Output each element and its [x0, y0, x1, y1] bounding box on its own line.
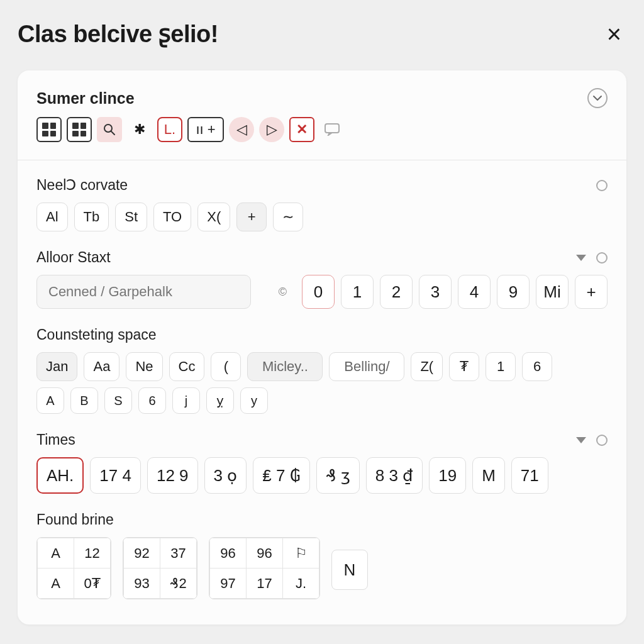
found-solo-n[interactable]: N	[331, 550, 368, 590]
chip-micley[interactable]: Micley..	[247, 352, 323, 381]
svg-point-0	[104, 125, 112, 132]
chip-tilde[interactable]: ∼	[273, 203, 303, 231]
number-0[interactable]: 0	[302, 275, 335, 309]
found-table-2: 9237 93₰2	[123, 537, 197, 599]
chip-6b[interactable]: 6	[138, 387, 166, 414]
number-1[interactable]: 1	[341, 275, 374, 309]
status-indicator	[596, 180, 608, 191]
chip-ne[interactable]: Ne	[126, 352, 162, 381]
time-g2[interactable]: ₰ ʒ	[316, 457, 360, 494]
grid-icon[interactable]	[36, 117, 62, 142]
number-4[interactable]: 4	[458, 275, 491, 309]
chip-al[interactable]: Al	[36, 203, 68, 231]
chip-st[interactable]: St	[115, 203, 147, 231]
page-root: Clas belcive ʂelio! × Sumer clince ✱ L. …	[0, 0, 644, 625]
chip-aa[interactable]: Aa	[84, 352, 119, 381]
cell[interactable]: ₰2	[160, 569, 197, 599]
cell[interactable]: ⚐	[283, 538, 319, 569]
chip-s[interactable]: S	[104, 387, 132, 414]
number-9[interactable]: 9	[497, 275, 530, 309]
chip-yu[interactable]: ỵ	[206, 387, 234, 414]
chip-cc[interactable]: Cc	[169, 352, 205, 381]
chip-6[interactable]: 6	[522, 352, 552, 381]
cell[interactable]: A	[38, 569, 74, 599]
chip-to[interactable]: TO	[153, 203, 191, 231]
chip-paren[interactable]: (	[211, 352, 241, 381]
time-129[interactable]: 12 9	[147, 457, 198, 494]
section-count: Counsteting space Jan Aa Ne Cc ( Micley.…	[36, 326, 608, 414]
cell[interactable]: 0₮	[74, 569, 111, 599]
grid-icon[interactable]	[67, 117, 92, 142]
count-row2: A B S 6 j ỵ y	[36, 387, 608, 414]
section-alloor: Alloor Staxt © 0 1 2 3 4 9 Mi +	[36, 249, 608, 309]
chip-1[interactable]: 1	[486, 352, 516, 381]
time-3o[interactable]: 3 ọ	[204, 457, 247, 494]
section-alloor-label: Alloor Staxt	[36, 249, 111, 266]
status-indicator	[596, 435, 608, 446]
close-button[interactable]: ×	[602, 19, 626, 49]
found-table-3: 9696⚐ 9717J.	[209, 537, 320, 599]
count-row1: Jan Aa Ne Cc ( Micley.. Belling/ Z( ₮ 1 …	[36, 352, 608, 381]
time-19[interactable]: 19	[429, 457, 466, 494]
time-71[interactable]: 71	[511, 457, 548, 494]
chip-y[interactable]: y	[240, 387, 268, 414]
cell[interactable]: 96	[210, 538, 247, 569]
number-3[interactable]: 3	[419, 275, 452, 309]
search-icon[interactable]	[97, 117, 122, 142]
cell[interactable]: 93	[124, 569, 160, 599]
x-button[interactable]: ✕	[289, 117, 314, 142]
chip-j[interactable]: j	[172, 387, 200, 414]
letter-l-button[interactable]: L.	[157, 117, 182, 142]
time-g1[interactable]: ₤ 7 ₲	[253, 457, 309, 494]
number-plus[interactable]: +	[575, 275, 608, 309]
chevron-down-icon[interactable]	[576, 437, 586, 443]
chevron-down-icon[interactable]	[576, 255, 586, 261]
found-table-1: A12 A0₮	[36, 537, 111, 599]
section-times-label: Times	[36, 431, 75, 448]
found-tables: A12 A0₮ 9237 93₰2 9696⚐ 9717J. N	[36, 537, 608, 599]
chip-b[interactable]: B	[70, 387, 98, 414]
sumer-toolbar: ✱ L. ıı + ◁ ▷ ✕	[36, 117, 608, 142]
chip-tb[interactable]: Tb	[74, 203, 109, 231]
times-chips: AH. 17 4 12 9 3 ọ ₤ 7 ₲ ₰ ʒ 8 3 ₫ 19 M 7…	[36, 457, 608, 494]
time-ah[interactable]: AH.	[36, 457, 84, 494]
chip-glyph1[interactable]: ₮	[449, 352, 479, 381]
copyright-icon: ©	[279, 286, 287, 299]
pause-plus-button[interactable]: ıı +	[187, 117, 224, 142]
svg-rect-2	[325, 124, 339, 133]
time-g3[interactable]: 8 3 ₫	[366, 457, 423, 494]
cell[interactable]: 92	[124, 538, 160, 569]
cell[interactable]: A	[38, 538, 74, 569]
time-m[interactable]: M	[472, 457, 505, 494]
asterisk-icon[interactable]: ✱	[127, 117, 152, 142]
back-icon[interactable]: ◁	[229, 117, 254, 142]
chip-x[interactable]: X(	[197, 203, 230, 231]
number-mi[interactable]: Mi	[536, 275, 569, 309]
chat-icon	[319, 117, 345, 142]
chip-plus[interactable]: +	[236, 203, 267, 231]
chip-z[interactable]: Z(	[411, 352, 443, 381]
chip-jan[interactable]: Jan	[36, 352, 77, 381]
dialog-title: Clas belcive ʂelio!	[18, 20, 218, 48]
chip-a[interactable]: A	[36, 387, 64, 414]
dialog-header: Clas belcive ʂelio! ×	[18, 19, 626, 49]
collapse-toggle[interactable]	[587, 88, 608, 108]
cell[interactable]: 97	[210, 569, 247, 599]
cell[interactable]: 96	[247, 538, 283, 569]
cell[interactable]: 12	[74, 538, 111, 569]
svg-line-1	[111, 131, 114, 135]
cell[interactable]: J.	[283, 569, 319, 599]
chip-belling[interactable]: Belling/	[329, 352, 404, 381]
alloor-text-input[interactable]	[36, 275, 251, 309]
neel-chips: Al Tb St TO X( + ∼	[36, 203, 608, 231]
section-found-label: Found brine	[36, 511, 114, 528]
dialog-card: Sumer clince ✱ L. ıı + ◁ ▷ ✕	[18, 70, 626, 625]
cell[interactable]: 37	[160, 538, 197, 569]
number-2[interactable]: 2	[380, 275, 413, 309]
section-times: Times AH. 17 4 12 9 3 ọ ₤ 7 ₲ ₰ ʒ 8 3 ₫ …	[36, 431, 608, 494]
time-174[interactable]: 17 4	[90, 457, 141, 494]
section-neel-label: NeelƆ corvate	[36, 177, 128, 194]
section-sumer-label: Sumer clince	[36, 89, 135, 108]
cell[interactable]: 17	[247, 569, 283, 599]
forward-icon[interactable]: ▷	[259, 117, 284, 142]
